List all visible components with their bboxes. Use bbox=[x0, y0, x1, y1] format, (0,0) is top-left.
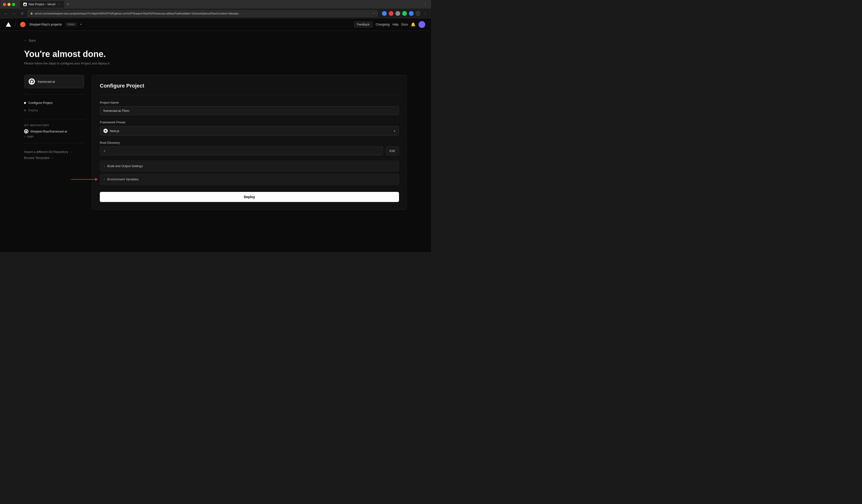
star-icon[interactable]: ☆ bbox=[373, 12, 375, 15]
hobby-badge: Hobby bbox=[66, 23, 77, 26]
configure-project-panel: Configure Project Project Name Framework… bbox=[92, 75, 407, 210]
build-settings-chevron-icon: › bbox=[104, 164, 105, 168]
git-branch-row: ⑁ main bbox=[24, 135, 84, 138]
browse-templates-link[interactable]: Browse Templates → bbox=[24, 156, 84, 160]
traffic-light-yellow[interactable] bbox=[8, 3, 11, 6]
extension-3[interactable] bbox=[395, 11, 400, 16]
notification-icon[interactable]: 🔔 bbox=[411, 22, 416, 27]
repo-card: framecast-ai bbox=[24, 75, 84, 88]
back-link[interactable]: ← Back bbox=[24, 39, 407, 42]
tab-favicon bbox=[23, 3, 27, 6]
extension-4[interactable] bbox=[402, 11, 407, 16]
help-link[interactable]: Help bbox=[393, 23, 399, 26]
docs-link[interactable]: Docs bbox=[402, 23, 408, 26]
url-text: vercel.com/new/sharjeel-riazs-projects/i… bbox=[35, 12, 371, 15]
main-content: ← Back You're almost done. Please follow… bbox=[0, 31, 431, 252]
extension-2[interactable] bbox=[389, 11, 393, 16]
extension-1[interactable] bbox=[382, 11, 387, 16]
page-subtitle: Please follow the steps to configure you… bbox=[24, 62, 407, 65]
active-tab[interactable]: New Project – Vercel × bbox=[20, 1, 64, 8]
left-links: Import a different Git Repository → Brow… bbox=[24, 148, 84, 160]
branch-icon: ⑁ bbox=[24, 135, 26, 138]
vercel-logo bbox=[6, 22, 11, 27]
tab-bar: New Project – Vercel × + bbox=[20, 1, 420, 8]
favicon-triangle bbox=[24, 3, 26, 5]
root-directory-group: Root Directory Edit bbox=[100, 141, 399, 155]
git-section-label: GIT REPOSITORY bbox=[24, 124, 84, 127]
root-directory-input[interactable] bbox=[100, 146, 383, 155]
team-avatar bbox=[20, 22, 26, 27]
feedback-button[interactable]: Feedback bbox=[354, 22, 373, 28]
build-settings-label: Build and Output Settings bbox=[107, 164, 143, 168]
app: / Sharjeel Riaz's projects Hobby ▾ Feedb… bbox=[0, 18, 431, 252]
extension-5[interactable] bbox=[409, 11, 414, 16]
reload-button[interactable]: ↺ bbox=[19, 11, 25, 16]
step-deploy: Deploy bbox=[24, 107, 84, 114]
red-arrow-annotation bbox=[71, 178, 97, 181]
forward-button[interactable]: → bbox=[11, 11, 17, 16]
git-repo-name: Sharjeel-Riaz/framecast-ai bbox=[30, 130, 67, 133]
app-header: / Sharjeel Riaz's projects Hobby ▾ Feedb… bbox=[0, 18, 431, 31]
header-separator: / bbox=[15, 22, 16, 27]
header-actions: Feedback Changelog Help Docs 🔔 bbox=[354, 21, 425, 28]
arrow-head bbox=[95, 178, 97, 181]
left-divider bbox=[24, 119, 84, 119]
address-bar[interactable]: 🔒 vercel.com/new/sharjeel-riazs-projects… bbox=[27, 10, 378, 17]
page-title: You're almost done. bbox=[24, 49, 407, 59]
tab-close-button[interactable]: × bbox=[57, 3, 61, 6]
back-arrow-icon: ← bbox=[24, 39, 27, 42]
deploy-button[interactable]: Deploy bbox=[100, 192, 399, 202]
more-options-button[interactable]: ⋮ bbox=[422, 1, 428, 7]
browser-menu-button[interactable]: ⋮ bbox=[422, 11, 428, 16]
framework-preset-group: Framework Preset N Next.js ▾ bbox=[100, 120, 399, 136]
project-name-group: Project Name bbox=[100, 101, 399, 115]
env-vars-chevron-icon: › bbox=[104, 177, 105, 181]
project-name-input[interactable] bbox=[100, 106, 399, 115]
git-branch-name: main bbox=[27, 135, 34, 138]
tab-label: New Project – Vercel bbox=[29, 3, 55, 6]
framework-preset-label: Framework Preset bbox=[100, 120, 399, 124]
steps-list: Configure Project Deploy bbox=[24, 94, 84, 114]
back-label: Back bbox=[29, 39, 36, 42]
step-dot-active bbox=[24, 102, 26, 104]
root-dir-row: Edit bbox=[100, 146, 399, 155]
step-deploy-label: Deploy bbox=[28, 108, 38, 112]
content-layout: framecast-ai Configure Project Deploy bbox=[24, 75, 407, 210]
import-different-repo-link[interactable]: Import a different Git Repository → bbox=[24, 150, 84, 154]
step-dot-inactive bbox=[24, 109, 26, 111]
changelog-link[interactable]: Changelog bbox=[376, 23, 390, 26]
github-icon bbox=[29, 78, 35, 85]
team-name: Sharjeel Riaz's projects bbox=[29, 23, 62, 26]
nextjs-icon: N bbox=[103, 129, 108, 133]
back-button[interactable]: ← bbox=[3, 11, 9, 16]
framework-select[interactable]: N Next.js ▾ bbox=[100, 126, 399, 136]
lock-icon: 🔒 bbox=[30, 12, 33, 15]
traffic-light-red[interactable] bbox=[3, 3, 6, 6]
git-repo-row: Sharjeel-Riaz/framecast-ai bbox=[24, 129, 84, 133]
traffic-lights bbox=[3, 3, 15, 6]
new-tab-button[interactable]: + bbox=[65, 1, 71, 7]
build-output-settings-section[interactable]: › Build and Output Settings bbox=[100, 161, 399, 171]
framework-chevron-icon: ▾ bbox=[394, 129, 395, 133]
step-configure: Configure Project bbox=[24, 99, 84, 107]
extension-6[interactable] bbox=[416, 11, 420, 16]
configure-project-title: Configure Project bbox=[100, 83, 399, 95]
team-chevron-icon[interactable]: ▾ bbox=[80, 23, 82, 26]
traffic-light-green[interactable] bbox=[12, 3, 15, 6]
browser-chrome: New Project – Vercel × + ⋮ bbox=[0, 0, 431, 9]
repo-name-label: framecast-ai bbox=[38, 80, 55, 83]
left-divider-2 bbox=[24, 143, 84, 143]
user-avatar[interactable] bbox=[418, 21, 425, 28]
vercel-triangle-icon bbox=[6, 22, 11, 27]
browser-extensions: ⋮ bbox=[382, 11, 428, 16]
arrow-line bbox=[71, 179, 95, 180]
git-section: GIT REPOSITORY Sharjeel-Riaz/framecast-a… bbox=[24, 124, 84, 138]
left-panel: framecast-ai Configure Project Deploy bbox=[24, 75, 84, 162]
environment-variables-section[interactable]: › Environment Variables bbox=[100, 174, 399, 185]
project-name-label: Project Name bbox=[100, 101, 399, 104]
root-directory-label: Root Directory bbox=[100, 141, 399, 145]
git-repo-icon bbox=[24, 129, 28, 133]
step-configure-label: Configure Project bbox=[28, 101, 52, 105]
address-bar-row: ← → ↺ 🔒 vercel.com/new/sharjeel-riazs-pr… bbox=[0, 9, 431, 18]
edit-root-dir-button[interactable]: Edit bbox=[386, 146, 399, 155]
